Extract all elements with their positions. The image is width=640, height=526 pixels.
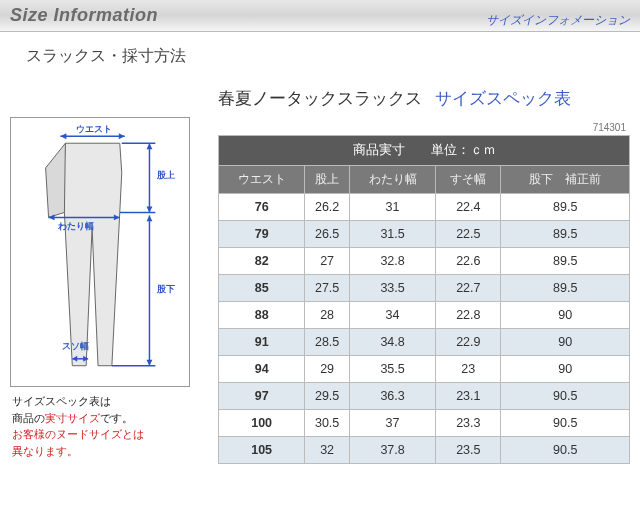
cell-inseam: 89.5 (501, 221, 630, 248)
svg-marker-2 (119, 133, 125, 139)
product-sku: 714301 (218, 122, 630, 135)
cell-rise: 28.5 (305, 329, 350, 356)
cell-hem: 22.6 (436, 248, 501, 275)
note-line-3: 異なります。 (12, 445, 78, 457)
cell-thigh: 33.5 (349, 275, 435, 302)
note-line-1a: サイズスペック表は (12, 395, 111, 407)
cell-thigh: 34.8 (349, 329, 435, 356)
cell-waist: 76 (219, 194, 305, 221)
table-row: 7626.23122.489.5 (219, 194, 630, 221)
table-row: 1053237.823.590.5 (219, 437, 630, 464)
cell-thigh: 31 (349, 194, 435, 221)
cell-waist: 91 (219, 329, 305, 356)
cell-rise: 27 (305, 248, 350, 275)
cell-inseam: 90.5 (501, 410, 630, 437)
cell-rise: 28 (305, 302, 350, 329)
product-heading: 春夏ノータックスラックス サイズスペック表 (218, 77, 630, 122)
note-line-2: お客様のヌードサイズとは (12, 428, 144, 440)
table-row: 822732.822.689.5 (219, 248, 630, 275)
product-name: 春夏ノータックスラックス (218, 89, 422, 108)
cell-hem: 22.4 (436, 194, 501, 221)
cell-hem: 23.3 (436, 410, 501, 437)
svg-marker-1 (60, 133, 66, 139)
cell-waist: 82 (219, 248, 305, 275)
cell-waist: 105 (219, 437, 305, 464)
cell-inseam: 90 (501, 356, 630, 383)
cell-thigh: 36.3 (349, 383, 435, 410)
col-waist: ウエスト (219, 166, 305, 194)
diagram-notes: サイズスペック表は 商品の実寸サイズです。 お客様のヌードサイズとは 異なります… (10, 387, 200, 459)
cell-hem: 23.1 (436, 383, 501, 410)
cell-hem: 22.7 (436, 275, 501, 302)
cell-thigh: 31.5 (349, 221, 435, 248)
table-row: 7926.531.522.589.5 (219, 221, 630, 248)
table-column: 春夏ノータックスラックス サイズスペック表 714301 商品実寸 単位：ｃｍ … (218, 77, 630, 464)
diagram-label-thigh: わたり幅 (57, 221, 94, 231)
table-body: 7626.23122.489.57926.531.522.589.5822732… (219, 194, 630, 464)
cell-inseam: 90.5 (501, 437, 630, 464)
diagram-label-waist: ウエスト (76, 124, 112, 134)
cell-thigh: 34 (349, 302, 435, 329)
svg-marker-6 (146, 143, 152, 149)
diagram-label-hem: スソ幅 (62, 341, 89, 351)
table-row: 10030.53723.390.5 (219, 410, 630, 437)
table-row: 88283422.890 (219, 302, 630, 329)
cell-inseam: 90 (501, 302, 630, 329)
page-subtitle-jp: サイズインフォメーション (486, 12, 630, 29)
cell-rise: 32 (305, 437, 350, 464)
cell-hem: 22.9 (436, 329, 501, 356)
table-row: 9128.534.822.990 (219, 329, 630, 356)
col-inseam: 股下 補正前 (501, 166, 630, 194)
cell-inseam: 89.5 (501, 194, 630, 221)
main-content: ウエスト 股上 わたり幅 股下 (0, 77, 640, 484)
cell-inseam: 90 (501, 329, 630, 356)
cell-waist: 97 (219, 383, 305, 410)
cell-hem: 22.8 (436, 302, 501, 329)
diagram-column: ウエスト 股上 わたり幅 股下 (10, 77, 200, 464)
cell-hem: 23 (436, 356, 501, 383)
cell-thigh: 37.8 (349, 437, 435, 464)
cell-waist: 85 (219, 275, 305, 302)
cell-waist: 79 (219, 221, 305, 248)
size-spec-table: 商品実寸 単位：ｃｍ ウエスト 股上 わたり幅 すそ幅 股下 補正前 7626.… (218, 135, 630, 464)
svg-marker-7 (146, 207, 152, 213)
col-rise: 股上 (305, 166, 350, 194)
spec-table-label: サイズスペック表 (435, 89, 571, 108)
cell-hem: 22.5 (436, 221, 501, 248)
header-bar: Size Information サイズインフォメーション (0, 0, 640, 32)
col-hem: すそ幅 (436, 166, 501, 194)
cell-rise: 29 (305, 356, 350, 383)
cell-thigh: 37 (349, 410, 435, 437)
col-thigh: わたり幅 (349, 166, 435, 194)
cell-rise: 30.5 (305, 410, 350, 437)
cell-inseam: 89.5 (501, 248, 630, 275)
svg-marker-13 (146, 215, 152, 221)
cell-waist: 88 (219, 302, 305, 329)
page-title: Size Information (10, 5, 158, 26)
svg-marker-14 (146, 360, 152, 366)
cell-thigh: 35.5 (349, 356, 435, 383)
diagram-label-rise: 股上 (156, 170, 175, 180)
measurement-diagram: ウエスト 股上 わたり幅 股下 (10, 117, 190, 387)
note-line-1b-pre: 商品の (12, 412, 45, 424)
note-line-1b-post: です。 (100, 412, 133, 424)
cell-inseam: 89.5 (501, 275, 630, 302)
cell-hem: 23.5 (436, 437, 501, 464)
cell-inseam: 90.5 (501, 383, 630, 410)
section-subtitle: スラックス・採寸方法 (0, 32, 640, 77)
table-row: 9729.536.323.190.5 (219, 383, 630, 410)
cell-rise: 27.5 (305, 275, 350, 302)
cell-thigh: 32.8 (349, 248, 435, 275)
cell-rise: 29.5 (305, 383, 350, 410)
cell-waist: 100 (219, 410, 305, 437)
cell-rise: 26.5 (305, 221, 350, 248)
cell-waist: 94 (219, 356, 305, 383)
diagram-label-inseam: 股下 (156, 284, 175, 294)
cell-rise: 26.2 (305, 194, 350, 221)
table-row: 8527.533.522.789.5 (219, 275, 630, 302)
table-row: 942935.52390 (219, 356, 630, 383)
table-header-main: 商品実寸 単位：ｃｍ (219, 136, 630, 166)
note-line-1b-red: 実寸サイズ (45, 412, 100, 424)
